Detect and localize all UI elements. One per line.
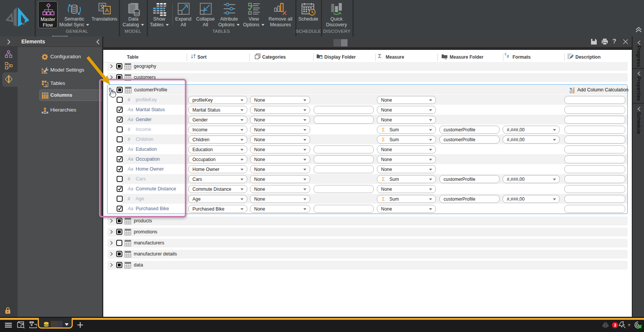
svg-text:Σ: Σ <box>445 56 447 60</box>
svg-text:A: A <box>105 7 109 13</box>
